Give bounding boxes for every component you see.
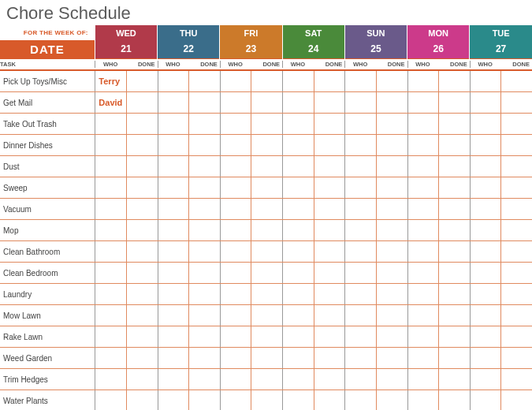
done-cell[interactable] [376, 241, 407, 262]
who-cell[interactable] [221, 177, 251, 198]
done-cell[interactable] [188, 369, 220, 390]
who-cell[interactable] [95, 369, 126, 390]
done-cell[interactable] [500, 284, 532, 304]
who-cell[interactable] [345, 135, 376, 155]
done-cell[interactable] [500, 348, 532, 368]
who-cell[interactable] [158, 263, 189, 283]
who-cell[interactable] [221, 241, 251, 262]
done-cell[interactable] [500, 369, 532, 390]
who-cell[interactable] [283, 241, 314, 262]
done-cell[interactable] [500, 220, 532, 240]
who-cell[interactable] [471, 92, 501, 113]
done-cell[interactable] [126, 199, 158, 219]
who-cell[interactable] [408, 114, 439, 134]
done-cell[interactable] [500, 156, 532, 177]
done-cell[interactable] [376, 284, 407, 304]
who-cell[interactable] [283, 369, 314, 390]
done-cell[interactable] [126, 92, 158, 113]
who-cell[interactable] [158, 305, 189, 326]
who-cell[interactable] [471, 390, 501, 410]
done-cell[interactable] [314, 348, 345, 368]
done-cell[interactable] [188, 71, 220, 91]
who-cell[interactable] [158, 199, 189, 219]
who-cell[interactable] [221, 220, 251, 240]
who-cell[interactable] [158, 241, 189, 262]
done-cell[interactable] [376, 177, 407, 198]
done-cell[interactable] [438, 114, 470, 134]
done-cell[interactable] [438, 263, 470, 283]
done-cell[interactable] [438, 220, 470, 240]
done-cell[interactable] [314, 241, 345, 262]
who-cell[interactable] [345, 241, 376, 262]
who-cell[interactable] [221, 326, 251, 347]
done-cell[interactable] [188, 114, 220, 134]
done-cell[interactable] [126, 177, 158, 198]
who-cell[interactable] [408, 390, 439, 410]
done-cell[interactable] [376, 71, 407, 91]
who-cell[interactable] [471, 220, 501, 240]
who-cell[interactable] [158, 177, 189, 198]
done-cell[interactable] [314, 326, 345, 347]
who-cell[interactable] [283, 390, 314, 410]
done-cell[interactable] [314, 92, 345, 113]
who-cell[interactable] [408, 177, 439, 198]
who-cell[interactable] [471, 135, 501, 155]
done-cell[interactable] [126, 135, 158, 155]
who-cell[interactable] [95, 156, 126, 177]
who-cell[interactable] [345, 305, 376, 326]
done-cell[interactable] [438, 92, 470, 113]
who-cell[interactable] [283, 156, 314, 177]
who-cell[interactable] [471, 71, 501, 91]
done-cell[interactable] [126, 284, 158, 304]
done-cell[interactable] [376, 348, 407, 368]
done-cell[interactable] [376, 114, 407, 134]
done-cell[interactable] [251, 114, 282, 134]
who-cell[interactable] [283, 284, 314, 304]
who-cell[interactable] [158, 71, 189, 91]
done-cell[interactable] [314, 71, 345, 91]
done-cell[interactable] [500, 390, 532, 410]
done-cell[interactable] [251, 71, 282, 91]
done-cell[interactable] [251, 326, 282, 347]
done-cell[interactable] [251, 390, 282, 410]
who-cell[interactable] [158, 114, 189, 134]
done-cell[interactable] [438, 135, 470, 155]
done-cell[interactable] [126, 369, 158, 390]
who-cell[interactable] [471, 241, 501, 262]
who-cell[interactable] [408, 199, 439, 219]
done-cell[interactable] [376, 199, 407, 219]
who-cell[interactable] [221, 135, 251, 155]
who-cell[interactable] [158, 369, 189, 390]
who-cell[interactable]: David [95, 92, 126, 113]
who-cell[interactable] [95, 241, 126, 262]
who-cell[interactable] [345, 156, 376, 177]
who-cell[interactable] [95, 390, 126, 410]
who-cell[interactable] [345, 71, 376, 91]
done-cell[interactable] [188, 177, 220, 198]
done-cell[interactable] [314, 135, 345, 155]
done-cell[interactable] [251, 369, 282, 390]
who-cell[interactable]: Terry [95, 71, 126, 91]
done-cell[interactable] [314, 177, 345, 198]
done-cell[interactable] [126, 326, 158, 347]
who-cell[interactable] [408, 92, 439, 113]
done-cell[interactable] [314, 114, 345, 134]
who-cell[interactable] [158, 326, 189, 347]
done-cell[interactable] [438, 326, 470, 347]
who-cell[interactable] [408, 135, 439, 155]
who-cell[interactable] [158, 284, 189, 304]
who-cell[interactable] [283, 348, 314, 368]
who-cell[interactable] [95, 326, 126, 347]
who-cell[interactable] [283, 92, 314, 113]
who-cell[interactable] [471, 348, 501, 368]
who-cell[interactable] [283, 135, 314, 155]
who-cell[interactable] [408, 241, 439, 262]
done-cell[interactable] [126, 114, 158, 134]
done-cell[interactable] [188, 348, 220, 368]
done-cell[interactable] [251, 284, 282, 304]
done-cell[interactable] [438, 156, 470, 177]
who-cell[interactable] [95, 263, 126, 283]
who-cell[interactable] [158, 156, 189, 177]
done-cell[interactable] [188, 241, 220, 262]
who-cell[interactable] [95, 199, 126, 219]
